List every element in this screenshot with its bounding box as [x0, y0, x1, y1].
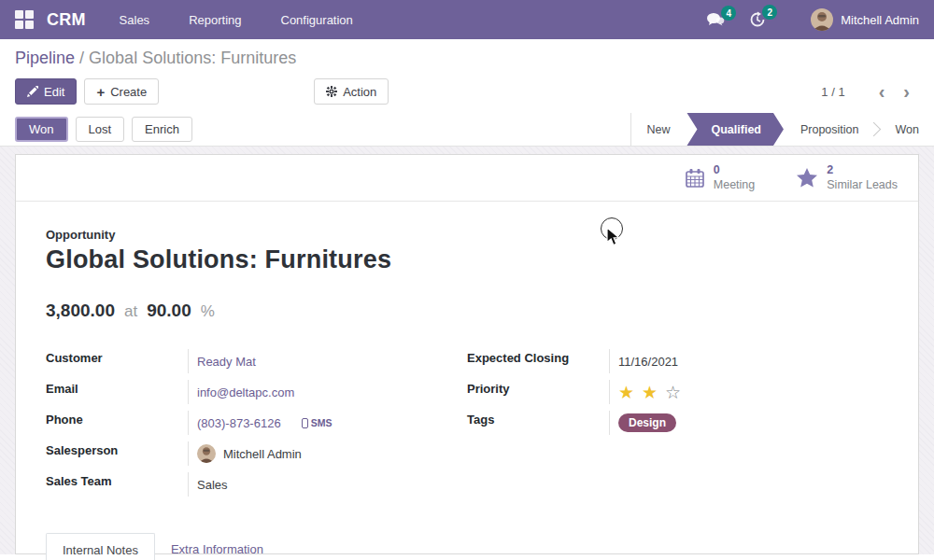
field-label: Salesperson: [46, 441, 188, 457]
pager-next-icon[interactable]: ›: [894, 82, 919, 101]
field-label: Customer: [46, 349, 188, 365]
percent-sign: %: [201, 302, 215, 321]
pager: 1 / 1 ‹ ›: [821, 82, 919, 101]
star-empty-icon[interactable]: ☆: [665, 384, 681, 401]
stage-bar: New Qualified Proposition Won: [630, 113, 934, 146]
breadcrumb-current: Global Solutions: Furnitures: [89, 49, 296, 67]
salesperson-avatar: [197, 444, 216, 463]
field-salesperson: Salesperson Mitchell Admin: [46, 441, 467, 472]
similar-leads-label: Similar Leads: [827, 178, 898, 193]
field-tags: Tags Design: [467, 411, 888, 441]
action-button[interactable]: Action: [314, 78, 389, 105]
field-expected-closing: Expected Closing 11/16/2021: [467, 349, 888, 380]
nav-item-configuration[interactable]: Configuration: [281, 13, 353, 27]
field-grid: Customer Ready Mat Email info@deltapc.co…: [46, 349, 888, 503]
meeting-count: 0: [714, 163, 755, 178]
control-panel: Pipeline / Global Solutions: Furnitures …: [0, 39, 934, 113]
email-link[interactable]: info@deltapc.com: [197, 385, 294, 399]
field-priority: Priority ★★☆: [467, 380, 888, 411]
star-filled-icon[interactable]: ★: [642, 384, 658, 401]
gear-icon: [326, 86, 337, 97]
messages-badge: 4: [721, 6, 736, 21]
at-label: at: [124, 302, 137, 321]
salesperson-name[interactable]: Mitchell Admin: [223, 447, 302, 461]
stage-proposition[interactable]: Proposition: [785, 113, 874, 146]
stat-button-box: 0 Meeting 2 Similar Leads: [16, 155, 918, 202]
form-sheet: 0 Meeting 2 Similar Leads Opportunity Gl…: [15, 154, 919, 554]
tag-design[interactable]: Design: [618, 413, 676, 432]
lost-button[interactable]: Lost: [76, 117, 125, 142]
probability-value: 90.00: [147, 301, 191, 321]
meeting-stat-button[interactable]: 0 Meeting: [685, 163, 755, 192]
field-email: Email info@deltapc.com: [46, 380, 467, 411]
activities-button[interactable]: 2: [749, 11, 766, 28]
sales-team-value[interactable]: Sales: [197, 478, 228, 492]
meeting-label: Meeting: [714, 178, 755, 193]
user-name: Mitchell Admin: [841, 13, 919, 27]
field-customer: Customer Ready Mat: [46, 349, 467, 380]
star-filled-icon[interactable]: ★: [618, 384, 634, 401]
nav-item-sales[interactable]: Sales: [120, 13, 150, 27]
status-row: Won Lost Enrich New Qualified Propositio…: [0, 113, 934, 147]
field-sales-team: Sales Team Sales: [46, 472, 467, 503]
stage-won[interactable]: Won: [881, 113, 934, 146]
activities-badge: 2: [762, 5, 777, 20]
record-type-label: Opportunity: [46, 228, 888, 242]
field-phone: Phone (803)-873-6126 SMS: [46, 411, 467, 441]
create-button[interactable]: + Create: [84, 78, 159, 105]
expected-revenue: 3,800.00 at 90.00 %: [46, 301, 888, 321]
pencil-icon: [27, 86, 38, 97]
breadcrumb-pipeline-link[interactable]: Pipeline: [15, 49, 75, 67]
priority-stars: ★★☆: [609, 380, 888, 404]
notebook-tabs: Internal Notes Extra Information: [46, 533, 888, 560]
field-label: Sales Team: [46, 472, 188, 488]
sms-button[interactable]: SMS: [302, 417, 333, 428]
won-button[interactable]: Won: [15, 117, 68, 142]
calendar-icon: [685, 168, 705, 189]
tab-internal-notes[interactable]: Internal Notes: [46, 533, 155, 560]
nav-item-reporting[interactable]: Reporting: [189, 13, 241, 27]
expected-closing-value[interactable]: 11/16/2021: [618, 355, 678, 369]
breadcrumb-separator: /: [79, 49, 84, 67]
messages-button[interactable]: 4: [706, 12, 725, 27]
page-title: Global Solutions: Furnitures: [46, 245, 888, 274]
mobile-phone-icon: [302, 418, 308, 428]
tab-extra-information[interactable]: Extra Information: [155, 533, 279, 560]
enrich-button[interactable]: Enrich: [132, 117, 192, 142]
user-avatar: [811, 8, 833, 31]
similar-leads-count: 2: [827, 163, 898, 178]
form-background: 0 Meeting 2 Similar Leads Opportunity Gl…: [0, 147, 934, 554]
field-label: Tags: [467, 411, 609, 427]
phone-link[interactable]: (803)-873-6126: [197, 416, 281, 430]
pager-previous-icon[interactable]: ‹: [870, 82, 895, 101]
field-label: Email: [46, 380, 188, 396]
apps-menu-icon[interactable]: [15, 10, 34, 29]
field-label: Expected Closing: [467, 349, 609, 365]
pager-value: 1 / 1: [821, 85, 844, 99]
user-menu[interactable]: Mitchell Admin: [811, 8, 919, 31]
stage-qualified[interactable]: Qualified: [686, 113, 783, 146]
similar-leads-stat-button[interactable]: 2 Similar Leads: [796, 163, 898, 192]
amount-value: 3,800.00: [46, 301, 115, 321]
breadcrumb: Pipeline / Global Solutions: Furnitures: [15, 49, 919, 68]
top-navbar: CRM Sales Reporting Configuration 4 2: [0, 0, 934, 39]
customer-link[interactable]: Ready Mat: [197, 355, 256, 369]
plus-icon: +: [96, 85, 105, 99]
field-label: Priority: [467, 380, 609, 396]
app-name[interactable]: CRM: [47, 10, 86, 30]
field-label: Phone: [46, 411, 188, 427]
star-icon: [796, 167, 818, 189]
stage-new[interactable]: New: [631, 113, 685, 146]
edit-button[interactable]: Edit: [15, 78, 77, 105]
